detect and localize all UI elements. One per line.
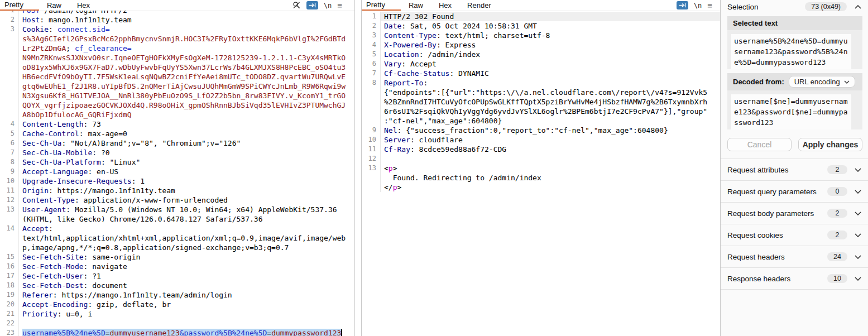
- line-number: 12: [362, 154, 381, 164]
- line-number: 3: [362, 31, 381, 40]
- code-line: 2Date: Sat, 05 Oct 2024 10:58:31 GMT: [362, 21, 720, 31]
- line-number: 5: [362, 50, 381, 59]
- line-number: [0, 233, 19, 243]
- line-number: 15: [0, 252, 19, 262]
- line-number: 7: [0, 148, 19, 157]
- tab-pretty[interactable]: Pretty: [0, 0, 39, 11]
- menu-icon[interactable]: ≡: [707, 1, 712, 9]
- line-number: [0, 34, 19, 44]
- section-response-headers[interactable]: Response headers10: [721, 268, 868, 290]
- code-line: 13User-Agent: Mozilla/5.0 (Windows NT 10…: [0, 205, 354, 214]
- wrap-toggle-button[interactable]: [677, 1, 688, 9]
- response-toolbar: \n ≡: [677, 1, 712, 10]
- code-line: 1POST /admin/login HTTP/2: [0, 11, 354, 15]
- code-line: 10Server: cloudflare: [362, 135, 720, 145]
- line-number: 22: [0, 319, 19, 328]
- line-number: [362, 107, 381, 116]
- code-line: 14Accept:: [0, 224, 354, 233]
- menu-icon[interactable]: ≡: [337, 1, 342, 9]
- response-panel: PrettyRawHexRender \n ≡ 1HTTP/2 302 Foun…: [361, 0, 720, 336]
- section-request-body-parameters[interactable]: Request body parameters2: [721, 203, 868, 224]
- code-line: :"cf-nel","max_age":604800}: [362, 116, 720, 126]
- chevron-down-icon: [844, 80, 850, 84]
- chevron-down-icon: [855, 212, 861, 215]
- line-number: 8: [0, 157, 19, 167]
- line-number: [0, 72, 19, 81]
- selected-text-highlight: username%5B%24ne%5D=dummyusername123&pas…: [22, 329, 341, 336]
- line-number: 13: [362, 164, 381, 173]
- search-off-icon[interactable]: [292, 1, 301, 9]
- code-line: </p>: [362, 183, 720, 192]
- selection-badge: 73 (0x49): [805, 2, 847, 11]
- line-number: 6: [362, 59, 381, 69]
- newline-icon[interactable]: \n: [324, 2, 332, 9]
- request-editor[interactable]: 1POST /admin/login HTTP/22Host: mango.1n…: [0, 11, 354, 336]
- decoded-text-value[interactable]: username[$ne]=dummyusername123&password[…: [731, 94, 851, 129]
- line-number: [0, 214, 19, 224]
- apply-changes-button[interactable]: Apply changes: [798, 138, 862, 151]
- line-number: 7: [362, 69, 381, 78]
- line-number: 4: [362, 40, 381, 50]
- line-number: 1: [362, 12, 381, 21]
- code-line: 3Content-Type: text/html; charset=utf-8: [362, 31, 720, 40]
- chevron-down-icon: [855, 168, 861, 172]
- line-number: 14: [0, 224, 19, 233]
- code-line: QOYX_vgrfjzipoaezGOCVKJOXd4Q.R98oOHiX_gp…: [0, 100, 354, 110]
- line-number: 11: [0, 186, 19, 195]
- line-number: 2: [0, 15, 19, 25]
- section-label: Request attributes: [727, 166, 789, 174]
- cancel-button[interactable]: Cancel: [727, 138, 792, 151]
- code-line: 4X-Powered-By: Express: [362, 40, 720, 50]
- code-line: 4Content-Length: 73: [0, 119, 354, 129]
- response-editor[interactable]: 1HTTP/2 302 Found2Date: Sat, 05 Oct 2024…: [362, 11, 720, 336]
- section-request-attributes[interactable]: Request attributes2: [721, 159, 868, 181]
- chevron-down-icon: [855, 190, 861, 194]
- wrap-toggle-button[interactable]: [306, 1, 318, 9]
- code-line: 23username%5B%24ne%5D=dummyusername123&p…: [0, 328, 354, 336]
- line-number: 9: [0, 167, 19, 176]
- code-line: 21Priority: u=0, i: [0, 309, 354, 319]
- selected-text-value[interactable]: username%5B%24ne%5D=dummyusername123&pas…: [731, 34, 851, 69]
- url-encoding-dropdown[interactable]: URL encoding: [789, 76, 855, 88]
- code-line: 2Host: mango.1nf1n1ty.team: [0, 15, 354, 25]
- line-number: [0, 110, 19, 119]
- section-count-badge: 0: [827, 187, 847, 196]
- request-panel: PrettyRawHex \n ≡ 1POST /admin/login HTT…: [0, 0, 355, 336]
- newline-icon[interactable]: \n: [694, 2, 702, 9]
- code-line: 11Origin: https://mango.1nf1n1ty.team: [0, 186, 354, 195]
- line-number: [0, 63, 19, 72]
- section-request-query-parameters[interactable]: Request query parameters0: [721, 181, 868, 203]
- selection-header[interactable]: Selection 73 (0x49): [721, 0, 868, 13]
- line-number: 13: [0, 205, 19, 214]
- tab-raw[interactable]: Raw: [39, 0, 69, 11]
- selection-title: Selection: [727, 3, 759, 11]
- tab-hex[interactable]: Hex: [431, 0, 459, 11]
- code-line: HB6ecdFVfO9bOyTI.7F5WsK1eaLsqNQwBZ2cniFf…: [0, 72, 354, 81]
- tab-raw[interactable]: Raw: [401, 0, 431, 11]
- code-line: 6Vary: Accept: [362, 59, 720, 69]
- code-line: 22: [0, 319, 354, 328]
- tab-hex[interactable]: Hex: [69, 0, 98, 11]
- line-number: [0, 44, 19, 53]
- section-count-badge: 10: [827, 274, 847, 283]
- line-number: [0, 81, 19, 91]
- line-number: 19: [0, 290, 19, 300]
- section-request-cookies[interactable]: Request cookies2: [721, 224, 868, 246]
- decoded-box: Decoded from: URL encoding username[$ne]…: [727, 73, 862, 129]
- tab-pretty[interactable]: Pretty: [362, 0, 401, 11]
- code-line: 7Cf-Cache-Status: DYNAMIC: [362, 69, 720, 78]
- request-toolbar: \n ≡: [292, 1, 342, 10]
- section-request-headers[interactable]: Request headers24: [721, 246, 868, 268]
- section-label: Request query parameters: [727, 188, 817, 196]
- code-line: 6Sec-Ch-Ua: "Not/A)Brand";v="8", "Chromi…: [0, 138, 354, 148]
- code-line: 9Accept-Language: en-US: [0, 167, 354, 176]
- line-number: 17: [0, 271, 19, 281]
- line-number: [0, 53, 19, 63]
- code-line: gtq6wEUhE1_f2J1R8.uYIpBfDS.2nQMerTiAjCws…: [0, 81, 354, 91]
- chevron-up-icon[interactable]: [855, 5, 861, 9]
- code-line: 8Sec-Ch-Ua-Platform: "Linux": [0, 157, 354, 167]
- tab-render[interactable]: Render: [459, 0, 499, 11]
- line-number: [0, 100, 19, 110]
- code-line: 17Sec-Fetch-User: ?1: [0, 271, 354, 281]
- section-label: Request headers: [727, 253, 785, 261]
